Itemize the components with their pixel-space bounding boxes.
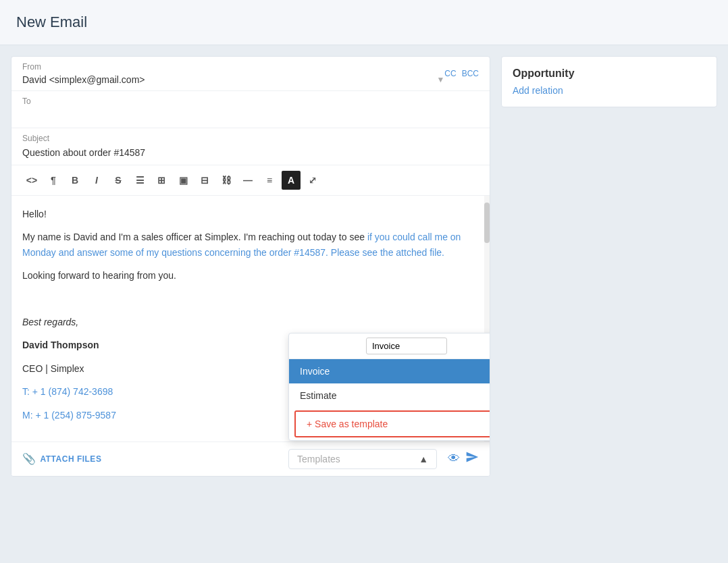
templates-placeholder: Templates (297, 454, 340, 464)
email-fields: From David <simplex@gmail.com> ▼ CC BCC … (11, 57, 490, 165)
subject-label: Subject (22, 134, 479, 143)
templates-dropdown: Invoice Estimate + Save as template (288, 333, 490, 441)
footer-bar: 📎 ATTACH FILES Invoice Estimate + Save a… (11, 441, 490, 476)
subject-row: Subject (11, 128, 490, 165)
cc-bcc-container: CC BCC (444, 69, 479, 78)
hr-btn[interactable]: — (238, 171, 257, 190)
attach-files-button[interactable]: 📎 ATTACH FILES (22, 452, 101, 465)
opportunity-title: Opportunity (513, 68, 706, 80)
editor-toolbar: <> ¶ B I S ☰ ⊞ ▣ ⊟ ⛓ — ≡ A ⤢ (11, 165, 490, 196)
subject-input[interactable] (22, 146, 479, 159)
dropdown-search-row (289, 333, 490, 359)
to-input[interactable] (22, 109, 479, 122)
email-panel: From David <simplex@gmail.com> ▼ CC BCC … (11, 56, 490, 477)
page-title: New Email (0, 0, 728, 45)
dropdown-item-invoice[interactable]: Invoice (289, 359, 490, 383)
from-row: From David <simplex@gmail.com> ▼ CC BCC (11, 57, 490, 91)
right-panel: Opportunity Add relation (501, 56, 717, 107)
fullscreen-btn[interactable]: ⤢ (303, 171, 322, 190)
italic-btn[interactable]: I (87, 171, 106, 190)
align-btn[interactable]: ≡ (260, 171, 279, 190)
from-dropdown-arrow[interactable]: ▼ (436, 75, 444, 84)
code-btn[interactable]: <> (22, 171, 41, 190)
from-value: David <simplex@gmail.com> (22, 74, 145, 85)
link-btn[interactable]: ⛓ (217, 171, 236, 190)
table-btn[interactable]: ⊟ (195, 171, 214, 190)
cc-button[interactable]: CC (444, 69, 456, 78)
from-label: From (22, 62, 444, 72)
templates-arrow-icon: ▲ (419, 454, 428, 464)
paragraph-btn[interactable]: ¶ (44, 171, 63, 190)
preview-icon[interactable]: 👁 (448, 452, 460, 466)
templates-action-icons: 👁 (448, 450, 479, 467)
paperclip-icon: 📎 (22, 452, 36, 465)
dropdown-item-estimate[interactable]: Estimate (289, 383, 490, 408)
body-closing: Looking forward to hearing from you. (22, 268, 479, 283)
body-greeting: Hello! (22, 207, 479, 221)
to-label: To (22, 97, 479, 106)
body-main: My name is David and I'm a sales officer… (22, 230, 479, 260)
image-btn[interactable]: ⊞ (152, 171, 171, 190)
scrollbar-thumb[interactable] (484, 203, 490, 243)
templates-container: Invoice Estimate + Save as template Temp… (288, 449, 479, 469)
save-as-template-button[interactable]: + Save as template (294, 410, 490, 437)
list-btn[interactable]: ☰ (130, 171, 149, 190)
font-btn[interactable]: A (282, 171, 301, 190)
body-highlight: if you could call me on Monday and answe… (22, 232, 461, 257)
sig-regards: Best regards, (22, 315, 479, 329)
send-icon[interactable] (465, 450, 479, 467)
dropdown-search-input[interactable] (366, 338, 447, 354)
attach-label: ATTACH FILES (41, 454, 102, 464)
to-row: To (11, 91, 490, 128)
templates-select[interactable]: Templates ▲ (288, 449, 437, 469)
bold-btn[interactable]: B (66, 171, 84, 190)
add-relation-button[interactable]: Add relation (513, 85, 706, 96)
media-btn[interactable]: ▣ (174, 171, 192, 190)
bcc-button[interactable]: BCC (462, 69, 479, 78)
strikethrough-btn[interactable]: S (109, 171, 128, 190)
